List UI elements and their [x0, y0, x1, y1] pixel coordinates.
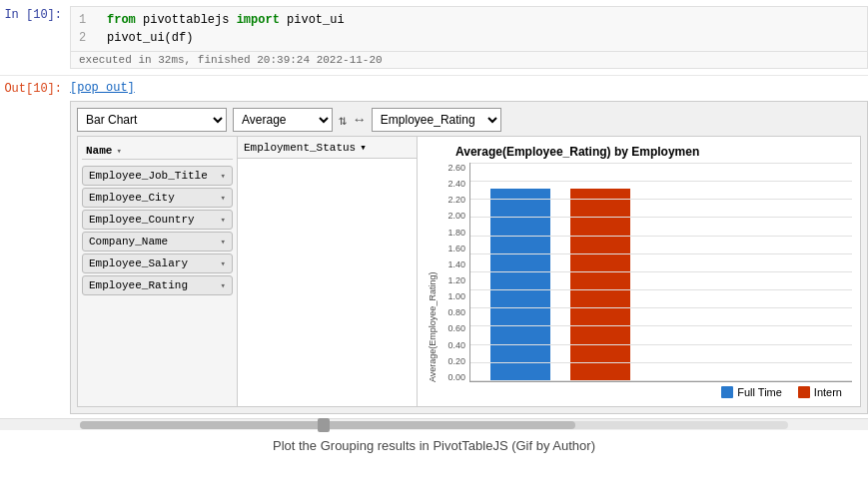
- col-header-label: Employment_Status: [244, 142, 356, 154]
- city-arrow-icon: ▾: [221, 193, 226, 204]
- bar-full-time: [490, 189, 550, 381]
- pivot-main: Name ▾ Employee_Job_Title ▾ Employee_Cit…: [77, 136, 861, 407]
- field-item-job-title[interactable]: Employee_Job_Title ▾: [82, 166, 233, 186]
- scrollbar-handle[interactable]: [318, 418, 330, 432]
- chart-title: Average(Employee_Rating) by Employmen: [426, 145, 699, 159]
- chart-container: Average(Employee_Rating) 2.60 2.40 2.20 …: [426, 163, 852, 382]
- legend-color-intern: [798, 386, 810, 398]
- fields-panel: Name ▾ Employee_Job_Title ▾ Employee_Cit…: [78, 137, 238, 406]
- caption: Plot the Grouping results in PivotTableJ…: [0, 430, 868, 457]
- scrollbar-track[interactable]: [80, 421, 788, 429]
- fields-header-label: Name: [86, 145, 112, 157]
- col-body: [238, 159, 417, 406]
- chart-legend: Full Time Intern: [721, 386, 852, 398]
- code-line-2: 2 pivot_ui(df): [79, 29, 859, 47]
- output-content: [pop out] Bar Chart Line Chart Table Ave…: [70, 80, 868, 414]
- bar-intern: [570, 189, 630, 381]
- code-line-1: 1 from pivottablejs import pivot_ui: [79, 11, 859, 29]
- y-axis-label: Average(Employee_Rating): [426, 163, 437, 382]
- legend-label-full-time: Full Time: [737, 386, 782, 398]
- bar-group-intern: [570, 163, 630, 381]
- legend-item-full-time: Full Time: [721, 386, 782, 398]
- input-cell: In [10]: 1 from pivottablejs import pivo…: [0, 0, 868, 76]
- aggregator-select[interactable]: Average Sum Count: [233, 108, 333, 132]
- line-num-1: 1: [79, 11, 99, 29]
- field-select[interactable]: Employee_Rating Employee_Salary: [372, 108, 501, 132]
- rating-arrow-icon: ▾: [221, 280, 226, 291]
- field-item-salary[interactable]: Employee_Salary ▾: [82, 253, 233, 273]
- pivot-top-row: Bar Chart Line Chart Table Average Sum C…: [77, 108, 861, 132]
- pop-out-link[interactable]: [pop out]: [70, 81, 135, 95]
- legend-item-intern: Intern: [798, 386, 842, 398]
- code-text-2: pivot_ui(df): [107, 29, 193, 47]
- name-dropdown-icon[interactable]: ▾: [116, 146, 121, 157]
- salary-arrow-icon: ▾: [221, 258, 226, 269]
- bars-and-grid: [469, 163, 852, 382]
- y-axis: 2.60 2.40 2.20 2.00 1.80 1.60 1.40 1.20 …: [437, 163, 469, 382]
- line-num-2: 2: [79, 29, 99, 47]
- field-item-rating[interactable]: Employee_Rating ▾: [82, 275, 233, 295]
- legend-color-full-time: [721, 386, 733, 398]
- bar-group-full-time: [490, 163, 550, 381]
- field-item-company[interactable]: Company_Name ▾: [82, 232, 233, 252]
- input-content: 1 from pivottablejs import pivot_ui 2 pi…: [70, 6, 868, 69]
- pivot-controls: Average Sum Count ⇅ ↔: [233, 108, 366, 132]
- country-arrow-icon: ▾: [221, 215, 226, 226]
- legend-label-intern: Intern: [814, 386, 842, 398]
- swap-icon[interactable]: ↔: [353, 112, 365, 128]
- output-prompt: Out[10]:: [0, 80, 70, 414]
- field-item-country[interactable]: Employee_Country ▾: [82, 210, 233, 230]
- field-select-wrapper: Employee_Rating Employee_Salary: [372, 108, 501, 132]
- scrollbar-area: [0, 418, 868, 430]
- fields-panel-header: Name ▾: [82, 143, 233, 160]
- sort-icon[interactable]: ⇅: [337, 112, 349, 129]
- col-header: Employment_Status ▾: [238, 137, 417, 159]
- code-text-1: from pivottablejs import pivot_ui: [107, 11, 345, 29]
- input-prompt: In [10]:: [0, 6, 70, 69]
- output-cell: Out[10]: [pop out] Bar Chart Line Chart …: [0, 76, 868, 418]
- employment-status-arrow-icon[interactable]: ▾: [360, 141, 367, 154]
- chart-type-select[interactable]: Bar Chart Line Chart Table: [77, 108, 227, 132]
- company-arrow-icon: ▾: [221, 237, 226, 248]
- job-title-arrow-icon: ▾: [221, 171, 226, 182]
- col-area: Employment_Status ▾: [238, 137, 418, 406]
- scrollbar-thumb[interactable]: [80, 421, 575, 429]
- field-item-city[interactable]: Employee_City ▾: [82, 188, 233, 208]
- chart-area: Average(Employee_Rating) by Employmen Av…: [418, 137, 860, 406]
- code-block: 1 from pivottablejs import pivot_ui 2 pi…: [70, 6, 868, 52]
- pivot-ui: Bar Chart Line Chart Table Average Sum C…: [70, 101, 868, 414]
- executed-line: executed in 32ms, finished 20:39:24 2022…: [70, 52, 868, 69]
